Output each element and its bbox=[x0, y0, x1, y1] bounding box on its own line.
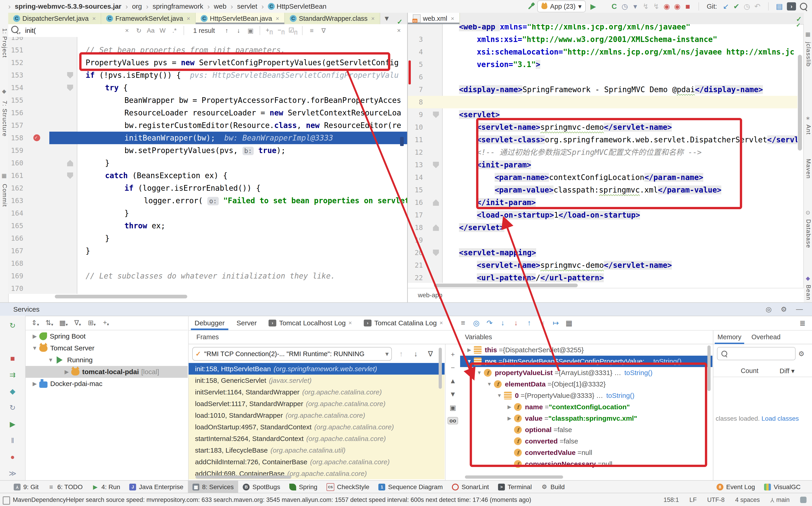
line-number[interactable]: 18 bbox=[408, 221, 423, 234]
tool-window-button[interactable]: VisualGC bbox=[759, 481, 805, 493]
tree-toolbar-icon[interactable]: ⊞▾ bbox=[85, 319, 98, 327]
chevron-icon[interactable] bbox=[465, 347, 474, 353]
line-number[interactable]: 166 bbox=[8, 232, 23, 245]
toolbar-icon[interactable]: ↯ bbox=[651, 1, 662, 12]
variable-row[interactable]: f name "contextConfigLocation" bbox=[460, 401, 713, 413]
toolbar-icon[interactable]: ■ bbox=[682, 1, 693, 12]
previous-occurrence-icon[interactable]: ↑ bbox=[221, 27, 233, 34]
tool-window-button[interactable]: Java Enterprise bbox=[125, 481, 188, 493]
chevron-icon[interactable] bbox=[30, 345, 39, 351]
vcs-icon[interactable]: ✔ bbox=[731, 1, 742, 12]
close-search-icon[interactable]: × bbox=[393, 27, 405, 34]
services-action-icon[interactable]: ↻ bbox=[7, 320, 18, 331]
toolbar-icon[interactable]: ▤ bbox=[774, 1, 785, 12]
editor-tab[interactable]: web.xml × bbox=[408, 13, 460, 24]
line-number[interactable]: 20 bbox=[408, 246, 423, 259]
variable-row[interactable]: f optional false bbox=[460, 424, 713, 435]
tree-row[interactable]: Spring Boot bbox=[25, 330, 188, 342]
line-number[interactable]: 155 bbox=[8, 94, 23, 106]
hide-frames-filter-icon[interactable]: ∇ bbox=[425, 349, 436, 359]
tool-windows-icon[interactable] bbox=[3, 496, 10, 505]
tree-row[interactable]: tomcat-local-pdai [local] bbox=[25, 366, 188, 378]
tool-window-button[interactable]: SpotBugs bbox=[238, 481, 284, 493]
previous-frame-icon[interactable]: ↑ bbox=[396, 349, 406, 359]
chevron-icon[interactable] bbox=[505, 415, 514, 421]
variable-row[interactable]: f elementData {Object[1]@3332} bbox=[460, 378, 713, 390]
line-separator[interactable]: LF bbox=[689, 496, 697, 504]
grid-icon[interactable]: ▦ bbox=[0, 172, 8, 179]
search-input[interactable]: init( bbox=[25, 27, 93, 34]
add-selection-icon[interactable]: +∏ bbox=[263, 26, 275, 35]
editor-tab[interactable]: C StandardWrapper.class × bbox=[285, 13, 380, 24]
inspection-ok-icon[interactable]: ✓ bbox=[397, 18, 403, 26]
watch-action-icon[interactable]: ▲ bbox=[450, 377, 456, 385]
caret-position[interactable]: 158:1 bbox=[664, 496, 679, 504]
breadcrumb-item[interactable]: servlet bbox=[237, 2, 257, 10]
editor-tab[interactable]: C DispatcherServlet.java × bbox=[8, 13, 101, 24]
line-number[interactable]: 160 bbox=[8, 157, 23, 169]
horizontal-scrollbar[interactable] bbox=[196, 476, 291, 479]
sidebar-item-jclasslib[interactable]: jclasslib bbox=[804, 42, 812, 67]
chevron-icon[interactable] bbox=[46, 357, 55, 363]
sidebar-item-project[interactable]: 1: Project bbox=[0, 28, 8, 58]
memory-search-input[interactable] bbox=[717, 347, 796, 360]
editor-tab[interactable]: C HttpServletBean.java × bbox=[196, 13, 285, 24]
search-everywhere-icon[interactable] bbox=[798, 1, 809, 12]
chevron-icon[interactable] bbox=[475, 370, 484, 376]
stack-frame-row[interactable]: loadServlet:1117, StandardWrapper(org.ap… bbox=[189, 398, 445, 410]
variable-row[interactable]: f 0 {PropertyValue@3333} … toString() bbox=[460, 390, 713, 401]
hidden-tabs-icon[interactable]: ▼ bbox=[384, 15, 390, 22]
sidebar-item-maven[interactable]: Maven bbox=[804, 159, 812, 179]
editor-tab[interactable]: C FrameworkServlet.java × bbox=[101, 13, 196, 24]
line-number[interactable]: 5 bbox=[408, 58, 423, 71]
stack-frame-row[interactable]: load:1010, StandardWrapper(org.apache.ca… bbox=[189, 410, 445, 421]
tree-toolbar-icon[interactable]: ▦▾ bbox=[57, 319, 70, 327]
debug-tab[interactable]: Debugger bbox=[189, 316, 230, 330]
vertical-scrollbar[interactable] bbox=[438, 348, 442, 389]
ide-status-icon[interactable] bbox=[800, 497, 807, 503]
variable-row[interactable]: f conversionNecessary null bbox=[460, 458, 713, 470]
tool-window-button[interactable]: Event Log bbox=[712, 481, 759, 493]
watch-action-icon[interactable]: ▼ bbox=[450, 390, 456, 398]
debug-action-icon[interactable]: ≡ bbox=[458, 318, 468, 328]
bookmark-icon[interactable]: ◆ bbox=[0, 88, 8, 94]
line-number[interactable]: 17 bbox=[408, 209, 423, 221]
inspection-ok-icon[interactable]: ✓ bbox=[796, 22, 801, 28]
stack-frame-row[interactable]: initServlet:1164, StandardWrapper(org.ap… bbox=[189, 386, 445, 398]
line-number[interactable]: 157 bbox=[8, 119, 23, 132]
line-number[interactable]: 161 bbox=[8, 169, 23, 182]
line-number[interactable]: 7 bbox=[408, 83, 423, 96]
horizontal-scrollbar[interactable] bbox=[434, 283, 578, 287]
line-number[interactable]: 13 bbox=[408, 159, 423, 171]
services-action-icon[interactable]: ◆ bbox=[7, 386, 18, 397]
variable-row[interactable]: f convertedValue null bbox=[460, 447, 713, 458]
close-icon[interactable]: × bbox=[348, 319, 352, 327]
toolbar-icon[interactable]: ▶ bbox=[588, 1, 599, 12]
remove-selection-icon[interactable]: −∏ bbox=[275, 26, 287, 35]
tool-window-button[interactable]: Spring bbox=[285, 481, 322, 493]
line-number[interactable]: 167 bbox=[8, 245, 23, 257]
chevron-icon[interactable] bbox=[30, 333, 39, 339]
services-action-icon[interactable] bbox=[7, 337, 18, 347]
chevron-icon[interactable] bbox=[495, 393, 504, 399]
tostring-link[interactable]: toString() bbox=[606, 392, 634, 400]
watch-action-icon[interactable]: oo bbox=[448, 417, 458, 424]
tool-window-button[interactable]: 8: Services bbox=[188, 481, 239, 493]
breadcrumb-item[interactable]: web bbox=[214, 2, 226, 10]
line-number[interactable]: 19 bbox=[408, 234, 423, 246]
close-icon[interactable]: × bbox=[439, 319, 443, 327]
variable-row[interactable]: f propertyValueList {ArrayList@3331} … t… bbox=[460, 367, 713, 378]
line-number[interactable]: 164 bbox=[8, 207, 23, 220]
diff-column[interactable]: Diff ▾ bbox=[780, 367, 795, 375]
vcs-icon[interactable]: ↶ bbox=[752, 1, 763, 12]
toolbar-icon[interactable]: ◉ bbox=[672, 1, 682, 12]
line-number[interactable]: 158 bbox=[8, 132, 23, 144]
close-icon[interactable]: × bbox=[92, 15, 96, 22]
line-number[interactable]: 150 bbox=[8, 37, 23, 44]
match-case-icon[interactable]: Aa bbox=[145, 27, 157, 34]
close-icon[interactable]: × bbox=[371, 15, 375, 22]
error-stripe-mark[interactable] bbox=[400, 137, 404, 146]
panel-header-icon[interactable]: ⚙ bbox=[781, 305, 787, 313]
tab-overhead[interactable]: Overhead bbox=[747, 331, 785, 344]
toolbar-icon[interactable] bbox=[599, 1, 609, 12]
